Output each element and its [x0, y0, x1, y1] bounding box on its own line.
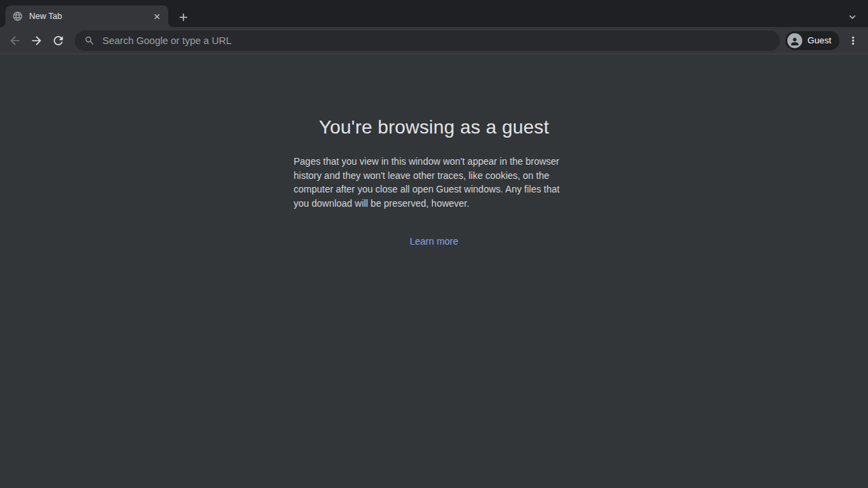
- globe-favicon-icon: [12, 11, 23, 22]
- omnibox-input[interactable]: [102, 35, 770, 46]
- guest-description: Pages that you view in this window won't…: [294, 155, 574, 210]
- tab-new-tab[interactable]: New Tab: [5, 5, 168, 27]
- back-button[interactable]: [5, 31, 24, 50]
- new-tab-button[interactable]: [175, 9, 191, 25]
- learn-more-link[interactable]: Learn more: [0, 236, 868, 247]
- search-icon: [84, 35, 95, 46]
- tab-strip: New Tab: [0, 0, 868, 27]
- guest-page: You're browsing as a guest Pages that yo…: [0, 54, 868, 488]
- browser-window: New Tab: [0, 0, 868, 488]
- guest-profile-button[interactable]: Guest: [785, 31, 840, 50]
- omnibox[interactable]: [75, 30, 780, 51]
- guest-avatar-icon: [787, 33, 802, 48]
- tab-search-button[interactable]: [846, 10, 859, 24]
- page-title: You're browsing as a guest: [0, 115, 868, 140]
- profile-label: Guest: [808, 35, 831, 45]
- tab-close-button[interactable]: [151, 10, 163, 22]
- tab-title: New Tab: [29, 12, 151, 21]
- toolbar: Guest: [0, 27, 868, 54]
- reload-button[interactable]: [49, 31, 68, 50]
- forward-button[interactable]: [27, 31, 46, 50]
- more-menu-button[interactable]: [844, 31, 863, 50]
